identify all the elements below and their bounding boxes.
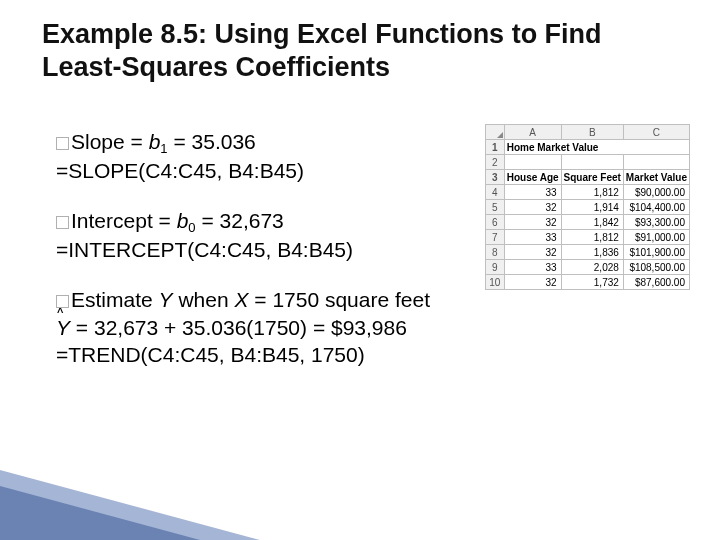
cell: 33 bbox=[504, 185, 561, 200]
row-num: 6 bbox=[485, 215, 504, 230]
table-row: 10321,732$87,600.00 bbox=[485, 275, 689, 290]
cell: $90,000.00 bbox=[623, 185, 689, 200]
cell: $108,500.00 bbox=[623, 260, 689, 275]
cell: $104,400.00 bbox=[623, 200, 689, 215]
cell: 32 bbox=[504, 275, 561, 290]
row-num: 7 bbox=[485, 230, 504, 245]
slope-coef-sub: 1 bbox=[160, 141, 167, 156]
table-row: 4331,812$90,000.00 bbox=[485, 185, 689, 200]
table-row: 3 House Age Square Feet Market Value bbox=[485, 170, 689, 185]
excel-table: A B C 1 Home Market Value 2 3 House Age … bbox=[485, 124, 690, 290]
slide-title: Example 8.5: Using Excel Functions to Fi… bbox=[42, 18, 682, 84]
table-row: 1 Home Market Value bbox=[485, 140, 689, 155]
slope-coef-sym: b bbox=[149, 130, 161, 153]
decorative-triangle bbox=[0, 486, 200, 540]
cell: 33 bbox=[504, 230, 561, 245]
cell: 1,914 bbox=[561, 200, 623, 215]
row-num: 10 bbox=[485, 275, 504, 290]
estimate-xval: = 1750 square feet bbox=[248, 288, 430, 311]
slide: Example 8.5: Using Excel Functions to Fi… bbox=[0, 0, 720, 540]
row-num: 4 bbox=[485, 185, 504, 200]
slope-label: Slope bbox=[71, 130, 125, 153]
col-b-header: B bbox=[561, 125, 623, 140]
table-row: 7331,812$91,000.00 bbox=[485, 230, 689, 245]
row-num: 5 bbox=[485, 200, 504, 215]
cell: 32 bbox=[504, 215, 561, 230]
col-label: Square Feet bbox=[561, 170, 623, 185]
intercept-formula: =INTERCEPT(C4:C45, B4:B45) bbox=[56, 238, 353, 261]
cell: 2,028 bbox=[561, 260, 623, 275]
hat-icon: ^ bbox=[57, 305, 63, 320]
slope-block: Slope = b1 = 35.036 =SLOPE(C4:C45, B4:B4… bbox=[56, 128, 446, 185]
square-bullet-icon bbox=[56, 216, 69, 229]
col-a-header: A bbox=[504, 125, 561, 140]
table-row: 5321,914$104,400.00 bbox=[485, 200, 689, 215]
row-num: 2 bbox=[485, 155, 504, 170]
cell: 32 bbox=[504, 245, 561, 260]
intercept-block: Intercept = b0 = 32,673 =INTERCEPT(C4:C4… bbox=[56, 207, 446, 264]
intercept-coef-sym: b bbox=[177, 209, 189, 232]
col-header-row: A B C bbox=[485, 125, 689, 140]
table-row: 9332,028$108,500.00 bbox=[485, 260, 689, 275]
row-num: 8 bbox=[485, 245, 504, 260]
col-c-header: C bbox=[623, 125, 689, 140]
slope-formula: =SLOPE(C4:C45, B4:B45) bbox=[56, 159, 304, 182]
estimate-formula: =TREND(C4:C45, B4:B45, 1750) bbox=[56, 343, 365, 366]
cell: $101,900.00 bbox=[623, 245, 689, 260]
cell: $87,600.00 bbox=[623, 275, 689, 290]
row-num: 3 bbox=[485, 170, 504, 185]
estimate-when: when bbox=[173, 288, 235, 311]
cell: 1,836 bbox=[561, 245, 623, 260]
row-num: 1 bbox=[485, 140, 504, 155]
slide-body: Slope = b1 = 35.036 =SLOPE(C4:C45, B4:B4… bbox=[56, 128, 446, 391]
intercept-value: 32,673 bbox=[220, 209, 284, 232]
cell: $93,300.00 bbox=[623, 215, 689, 230]
table-row: 8321,836$101,900.00 bbox=[485, 245, 689, 260]
cell: $91,000.00 bbox=[623, 230, 689, 245]
table-row: 2 bbox=[485, 155, 689, 170]
col-label: Market Value bbox=[623, 170, 689, 185]
col-label: House Age bbox=[504, 170, 561, 185]
y-hat: ^Y bbox=[56, 314, 70, 342]
cell: 33 bbox=[504, 260, 561, 275]
estimate-label: Estimate bbox=[71, 288, 153, 311]
table-row: 6321,842$93,300.00 bbox=[485, 215, 689, 230]
slope-value: 35.036 bbox=[192, 130, 256, 153]
select-all-corner bbox=[485, 125, 504, 140]
cell: 1,812 bbox=[561, 185, 623, 200]
estimate-block: Estimate Y when X = 1750 square feet ^Y … bbox=[56, 286, 446, 369]
estimate-y-var: Y bbox=[159, 288, 173, 311]
cell: 1,732 bbox=[561, 275, 623, 290]
intercept-coef-sub: 0 bbox=[188, 220, 195, 235]
square-bullet-icon bbox=[56, 137, 69, 150]
cell: 1,842 bbox=[561, 215, 623, 230]
row-num: 9 bbox=[485, 260, 504, 275]
cell: 1,812 bbox=[561, 230, 623, 245]
estimate-eq: = 32,673 + 35.036(1750) = $93,986 bbox=[70, 316, 407, 339]
estimate-x-var: X bbox=[234, 288, 248, 311]
intercept-label: Intercept bbox=[71, 209, 153, 232]
cell: 32 bbox=[504, 200, 561, 215]
sheet-title-cell: Home Market Value bbox=[504, 140, 689, 155]
